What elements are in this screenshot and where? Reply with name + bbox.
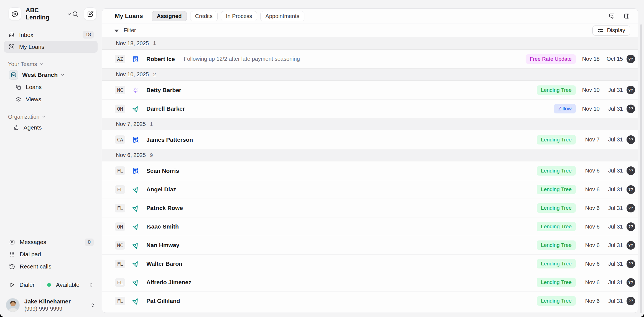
sidebar-item-views[interactable]: Views xyxy=(0,93,101,105)
assignee-avatar[interactable]: ?? xyxy=(627,260,635,268)
assignee-avatar[interactable]: ?? xyxy=(627,297,635,305)
source-tag: Lending Tree xyxy=(537,85,576,95)
compose-button[interactable] xyxy=(84,7,96,20)
sidebar-item-west-branch[interactable]: West Branch xyxy=(0,69,101,81)
loan-row[interactable]: CAJames PattersonLending TreeNov 7Jul 31… xyxy=(102,130,638,149)
assignee-avatar[interactable]: ?? xyxy=(627,241,635,250)
unread-count-badge: 18 xyxy=(83,31,94,39)
loan-row[interactable]: OHDarrell BarkerZillowNov 10Jul 31?? xyxy=(102,99,638,118)
date-primary: Nov 6 xyxy=(576,224,600,230)
sidebar-item-messages[interactable]: Messages0 xyxy=(4,236,98,248)
loan-row[interactable]: NCBetty BarberLending TreeNov 10Jul 31?? xyxy=(102,81,638,99)
date-primary: Nov 6 xyxy=(576,242,600,248)
date-secondary: Jul 31 xyxy=(600,224,623,230)
tab-credits[interactable]: Credits xyxy=(190,11,218,21)
group-count: 2 xyxy=(153,72,156,78)
loan-row[interactable]: FLSean NorrisLending TreeNov 6Jul 31?? xyxy=(102,161,638,180)
file-search-icon xyxy=(132,136,139,143)
assignee-avatar[interactable]: ?? xyxy=(627,86,635,94)
date-primary: Nov 6 xyxy=(576,168,600,174)
branch-activity-icon xyxy=(9,70,18,80)
count-badge: 0 xyxy=(85,239,94,246)
send-icon xyxy=(132,105,139,112)
tab-assigned[interactable]: Assigned xyxy=(152,11,187,21)
organization-section: Organization Agents xyxy=(0,112,101,134)
tab-in-process[interactable]: In Process xyxy=(221,11,257,21)
team-name: West Branch xyxy=(22,72,58,78)
state-badge: FL xyxy=(115,166,125,175)
assignee-avatar[interactable]: ?? xyxy=(627,185,635,194)
assignee-avatar[interactable]: ?? xyxy=(627,278,635,287)
date-secondary: Jul 31 xyxy=(600,298,623,304)
workspace-logo-button[interactable] xyxy=(9,7,21,20)
app-window: ABC Lending Inbox18My Loans Your Teams W… xyxy=(0,0,644,317)
state-badge: NC xyxy=(115,86,125,94)
search-icon[interactable] xyxy=(72,11,79,17)
row-right: Free Rate UpdateNov 18Oct 15?? xyxy=(526,54,635,64)
row-right: Lending TreeNov 6Jul 31?? xyxy=(537,296,635,306)
assignee-avatar[interactable]: ?? xyxy=(627,166,635,175)
play-icon[interactable] xyxy=(9,282,15,288)
dialer-label: Dialer xyxy=(19,282,35,288)
panel-right-icon[interactable] xyxy=(623,13,630,19)
loan-row[interactable]: FLWalter BaronLending TreeNov 6Jul 31?? xyxy=(102,254,638,273)
user-account[interactable]: Jake Klinehamer (999) 999-9999 xyxy=(6,298,95,312)
borrower-name: Darrell Barker xyxy=(146,105,185,112)
sidebar-item-agents[interactable]: Agents xyxy=(0,121,101,134)
loan-row[interactable]: FLAngel DiazLending TreeNov 6Jul 31?? xyxy=(102,180,638,199)
sidebar-item-label: Recent calls xyxy=(20,263,51,270)
date-secondary: Oct 15 xyxy=(600,56,623,62)
group-count: 9 xyxy=(150,152,153,158)
assignee-avatar[interactable]: ?? xyxy=(627,135,635,144)
sidebar-item-inbox[interactable]: Inbox18 xyxy=(4,29,98,41)
source-tag: Zillow xyxy=(554,104,576,113)
assignee-avatar[interactable]: ?? xyxy=(627,222,635,231)
assignee-avatar[interactable]: ?? xyxy=(627,55,635,63)
sidebar-item-dial-pad[interactable]: Dial pad xyxy=(4,248,98,260)
tab-appointments[interactable]: Appointments xyxy=(260,11,304,21)
teams-section-label[interactable]: Your Teams xyxy=(0,59,101,69)
loan-row[interactable]: FLPat GillilandLending TreeNov 6Jul 31?? xyxy=(102,291,638,310)
group-date: Nov 7, 2025 xyxy=(116,121,146,127)
assignee-avatar[interactable]: ?? xyxy=(627,204,635,212)
user-avatar xyxy=(6,298,20,312)
loan-row[interactable]: OHIsaac SmithLending TreeNov 6Jul 31?? xyxy=(102,217,638,236)
organization-section-label[interactable]: Organization xyxy=(0,112,101,121)
loan-row[interactable]: AZRobert IceFollowing up 12/2 after late… xyxy=(102,50,638,68)
state-badge: OH xyxy=(115,105,125,113)
state-badge: CA xyxy=(115,135,125,144)
teams-label-text: Your Teams xyxy=(8,61,37,67)
layers-icon xyxy=(15,96,22,103)
row-right: Lending TreeNov 6Jul 31?? xyxy=(537,259,635,268)
group-date: Nov 10, 2025 xyxy=(116,71,149,78)
sidebar: ABC Lending Inbox18My Loans Your Teams W… xyxy=(0,0,101,317)
sidebar-tools: Messages0Dial padRecent calls xyxy=(0,236,101,273)
message-icon xyxy=(9,239,15,245)
organization-chevron-down-icon xyxy=(42,115,46,119)
sidebar-item-recent-calls[interactable]: Recent calls xyxy=(4,260,98,273)
loan-row[interactable]: FLPatrick RoweLending TreeNov 6Jul 31?? xyxy=(102,199,638,217)
availability-updown-icon[interactable] xyxy=(88,282,94,288)
loan-row[interactable]: FLAlfredo JImenezLending TreeNov 6Jul 31… xyxy=(102,273,638,291)
sidebar-item-my-loans[interactable]: My Loans xyxy=(4,41,98,53)
filter-label: Filter xyxy=(124,27,136,34)
borrower-name: James Patterson xyxy=(146,136,193,143)
loan-row[interactable]: NCNan HmwayLending TreeNov 6Jul 31?? xyxy=(102,236,638,254)
assignee-avatar[interactable]: ?? xyxy=(627,105,635,113)
source-tag: Lending Tree xyxy=(537,259,576,268)
presentation-chart-icon[interactable] xyxy=(609,13,615,19)
date-secondary: Jul 31 xyxy=(600,279,623,286)
vertical-scrollbar[interactable] xyxy=(640,24,642,313)
date-primary: Nov 6 xyxy=(576,261,600,267)
group-count: 1 xyxy=(150,121,153,127)
workspace-chevron-down-icon[interactable] xyxy=(67,11,72,17)
filter-button[interactable]: Filter xyxy=(114,27,136,34)
sidebar-item-loans[interactable]: Loans xyxy=(0,81,101,93)
divider xyxy=(41,281,41,288)
inbox-icon xyxy=(8,32,15,38)
source-tag: Lending Tree xyxy=(537,296,576,306)
teams-section: Your Teams West Branch LoansViews xyxy=(0,59,101,105)
display-button[interactable]: Display xyxy=(592,26,630,35)
source-tag: Lending Tree xyxy=(537,240,576,250)
main-panel: My Loans AssignedCreditsIn ProcessAppoin… xyxy=(102,8,638,313)
